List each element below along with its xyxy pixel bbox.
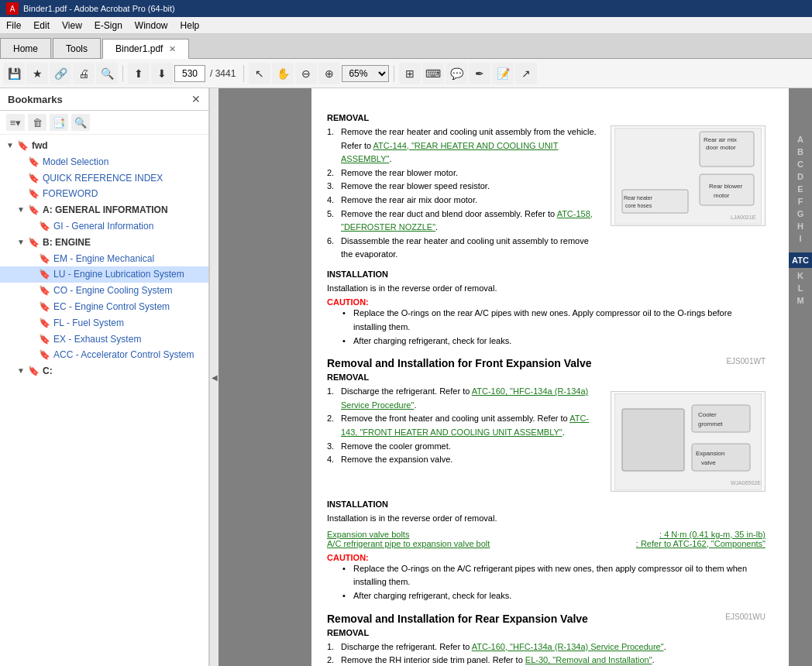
link-atc158[interactable]: ATC-158, "DEFROSTER NOZZLE" — [341, 209, 593, 232]
sidebar-collapse-handle[interactable]: ◀ — [209, 88, 218, 666]
prev-page-button[interactable]: ⬆ — [128, 63, 150, 84]
save-button[interactable]: 💾 — [3, 63, 25, 84]
bookmark-foreword[interactable]: 🔖 FOREWORD — [0, 186, 208, 202]
pen-button[interactable]: ✒ — [469, 63, 490, 84]
bookmark-acc[interactable]: 🔖 ACC - Accelerator Control System — [0, 347, 208, 363]
sidebar-search-button[interactable]: 🔍 — [71, 114, 90, 131]
menu-edit[interactable]: Edit — [27, 19, 56, 33]
bookmark-ec[interactable]: 🔖 EC - Engine Control System — [0, 299, 208, 315]
sidebar-content: ▼ 🔖 fwd 🔖 Model Selection 🔖 QUICK REFERE… — [0, 135, 208, 666]
list-item: 2. Remove the rear blower motor. — [327, 166, 603, 180]
sidebar-new-button[interactable]: 📑 — [50, 114, 68, 131]
bookmark-fl[interactable]: 🔖 FL - Fuel System — [0, 315, 208, 331]
chevron-down-icon: ▼ — [17, 238, 28, 246]
pdf-page: REMOVAL 1. Remove the rear heater and co… — [311, 88, 789, 666]
sidebar-menu-button[interactable]: ≡▾ — [6, 114, 25, 131]
bookmark-engine[interactable]: ▼ 🔖 B: ENGINE — [0, 235, 208, 251]
bookmark-icon: 🔖 — [39, 221, 50, 232]
hand-tool-button[interactable]: ✋ — [272, 63, 294, 84]
link-el30[interactable]: EL-30, "Removal and Installation" — [525, 655, 652, 664]
print-button[interactable]: 🖨 — [73, 63, 95, 84]
next-page-button[interactable]: ⬇ — [151, 63, 173, 84]
svg-text:WJA06502E: WJA06502E — [731, 480, 761, 486]
bookmark-label-em: EM - Engine Mechanical — [53, 252, 154, 266]
link-atc160a[interactable]: ATC-160, "HFC-134a (R-134a) Service Proc… — [341, 386, 588, 410]
chevron-down-icon: ▼ — [17, 205, 28, 214]
menu-view[interactable]: View — [56, 19, 88, 33]
bookmark-general-info[interactable]: ▼ 🔖 A: GENERAL INFORMATION — [0, 202, 208, 218]
bookmark-label-ex: EX - Exhaust System — [53, 333, 141, 346]
bookmark-model-selection[interactable]: 🔖 Model Selection — [0, 154, 208, 170]
menu-bar: File Edit View E-Sign Window Help — [0, 17, 812, 34]
page-total: / 3441 — [210, 68, 236, 79]
bookmark-label-lu: LU - Engine Lubrication System — [53, 268, 184, 281]
menu-help[interactable]: Help — [174, 19, 206, 33]
zoom-out-button[interactable]: ⊖ — [295, 63, 317, 84]
sidebar-toolbar: ≡▾ 🗑 📑 🔍 — [0, 111, 208, 135]
title-text: Binder1.pdf - Adobe Acrobat Pro (64-bit) — [23, 4, 175, 13]
select-tool-button[interactable]: ↖ — [249, 63, 270, 84]
front-expansion-id: EJS001WT — [726, 357, 766, 366]
tab-home[interactable]: Home — [0, 38, 51, 58]
link-atc144[interactable]: ATC-144, "REAR HEATER AND COOLING UNIT A… — [341, 141, 558, 164]
torque-value-2: : Refer to ATC-162, "Components" — [636, 539, 766, 548]
bookmark-icon: 🔖 — [39, 318, 50, 328]
bookmark-button[interactable]: ★ — [26, 63, 48, 84]
removal-list-2: 1. Discharge the refrigerant. Refer to A… — [327, 385, 603, 492]
share-button[interactable]: ↗ — [515, 63, 537, 84]
bookmark-co[interactable]: 🔖 CO - Engine Cooling System — [0, 283, 208, 299]
link-atc160b[interactable]: ATC-160, "HFC-134a (R-134a) Service Proc… — [472, 642, 664, 651]
bookmark-qri[interactable]: 🔖 QUICK REFERENCE INDEX — [0, 170, 208, 187]
bookmark-c[interactable]: ▼ 🔖 C: — [0, 363, 208, 379]
link-atc143[interactable]: ATC-143, "FRONT HEATER AND COOLING UNIT … — [341, 414, 589, 437]
bookmark-em[interactable]: 🔖 EM - Engine Mechanical — [0, 251, 208, 267]
menu-window[interactable]: Window — [129, 19, 174, 33]
magnify-button[interactable]: 🔍 — [96, 63, 118, 84]
sidebar-close-button[interactable]: ✕ — [191, 93, 201, 105]
bookmark-fwd[interactable]: ▼ 🔖 fwd — [0, 138, 208, 154]
front-expansion-heading: Removal and Installation for Front Expan… — [327, 357, 766, 369]
bookmark-icon-fwd: 🔖 — [17, 140, 29, 151]
svg-rect-15 — [692, 444, 750, 471]
bookmark-icon: 🔖 — [28, 237, 40, 248]
bookmark-ex[interactable]: 🔖 EX - Exhaust System — [0, 331, 208, 348]
removal-content-2: 1. Discharge the refrigerant. Refer to A… — [327, 385, 766, 492]
bookmark-label-model: Model Selection — [43, 156, 108, 169]
bookmark-gi[interactable]: 🔖 GI - General Information — [0, 218, 208, 235]
bookmark-icon: 🔖 — [39, 269, 50, 280]
index-letter-d: D — [797, 172, 803, 181]
page-input[interactable] — [174, 65, 205, 82]
tab-close-icon[interactable]: ✕ — [169, 44, 176, 54]
tab-tools[interactable]: Tools — [53, 38, 101, 58]
svg-rect-18 — [622, 409, 684, 471]
tab-binder[interactable]: Binder1.pdf ✕ — [102, 39, 189, 59]
separator-3 — [394, 65, 394, 82]
bookmark-lu[interactable]: 🔖 LU - Engine Lubrication System — [0, 266, 208, 283]
bookmark-icon: 🔖 — [28, 156, 40, 167]
removal-content-1: 1. Remove the rear heater and cooling un… — [327, 125, 766, 262]
svg-rect-7 — [622, 190, 688, 213]
keyboard-button[interactable]: ⌨ — [422, 63, 444, 84]
zoom-in-button[interactable]: ⊕ — [318, 63, 340, 84]
comment-button[interactable]: 💬 — [446, 63, 467, 84]
sidebar-delete-button[interactable]: 🗑 — [28, 114, 46, 131]
bookmark-icon: 🔖 — [28, 173, 40, 184]
attach-button[interactable]: 🔗 — [50, 63, 71, 84]
list-item: 4. Remove the rear air mix door motor. — [327, 194, 603, 208]
zoom-select[interactable]: 65% 75% 100% 125% 150% — [342, 65, 389, 82]
bullet-item: After charging refrigerant, check for le… — [342, 335, 766, 348]
menu-file[interactable]: File — [0, 19, 27, 33]
bookmark-label-a: A: GENERAL INFORMATION — [43, 204, 168, 217]
menu-esign[interactable]: E-Sign — [88, 19, 129, 33]
title-bar: A Binder1.pdf - Adobe Acrobat Pro (64-bi… — [0, 0, 812, 17]
svg-text:grommet: grommet — [698, 421, 723, 427]
fit-page-button[interactable]: ⊞ — [399, 63, 421, 84]
diagram-1: Rear air mix door motor Rear blower moto… — [611, 125, 766, 262]
diagram-2: Cooler grommet Expansion valve WJA06502E — [611, 385, 766, 492]
atc-badge: ATC — [787, 252, 812, 268]
diagram-box-2: Cooler grommet Expansion valve WJA06502E — [611, 391, 766, 492]
list-item: 2. Remove the front heater and cooling u… — [327, 412, 603, 439]
bookmark-label-ec: EC - Engine Control System — [53, 300, 170, 314]
annotate-button[interactable]: 📝 — [492, 63, 514, 84]
installation-section-1: INSTALLATION Installation is in the reve… — [327, 269, 766, 348]
